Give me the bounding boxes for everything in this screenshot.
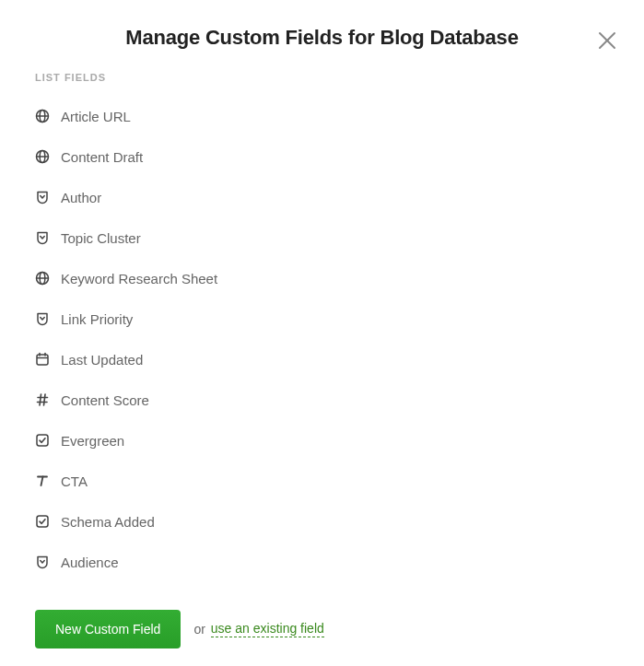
- checkbox-icon: [35, 514, 50, 529]
- field-label: CTA: [61, 473, 88, 489]
- shield-dropdown-icon: [35, 311, 50, 326]
- field-label: Content Draft: [61, 149, 143, 165]
- use-existing-field-link[interactable]: use an existing field: [211, 621, 324, 637]
- dialog-footer: New Custom Field or use an existing fiel…: [0, 582, 644, 648]
- field-label: Author: [61, 190, 101, 205]
- close-button[interactable]: [596, 29, 618, 52]
- section-label-list-fields: LIST FIELDS: [0, 66, 644, 96]
- field-row[interactable]: Author: [35, 177, 609, 217]
- calendar-icon: [35, 352, 50, 367]
- shield-dropdown-icon: [35, 230, 50, 245]
- field-row[interactable]: Content Score: [35, 380, 609, 420]
- field-label: Link Priority: [61, 311, 133, 327]
- field-label: Topic Cluster: [61, 230, 141, 246]
- or-label: or: [193, 622, 205, 637]
- globe-icon: [35, 109, 50, 123]
- new-custom-field-button[interactable]: New Custom Field: [35, 610, 181, 648]
- field-label: Keyword Research Sheet: [61, 271, 217, 286]
- globe-icon: [35, 149, 50, 164]
- globe-icon: [35, 271, 50, 286]
- field-row[interactable]: Schema Added: [35, 501, 609, 542]
- dialog-title: Manage Custom Fields for Blog Database: [125, 26, 518, 50]
- shield-dropdown-icon: [35, 555, 50, 569]
- close-icon: [596, 29, 618, 52]
- field-row[interactable]: Link Priority: [35, 298, 609, 339]
- field-row[interactable]: Topic Cluster: [35, 217, 609, 258]
- field-row[interactable]: Keyword Research Sheet: [35, 258, 609, 298]
- fields-list: Article URLContent DraftAuthorTopic Clus…: [0, 96, 644, 582]
- hash-icon: [35, 392, 50, 407]
- dialog-header: Manage Custom Fields for Blog Database: [0, 0, 644, 66]
- field-label: Schema Added: [61, 514, 155, 530]
- field-label: Audience: [61, 555, 119, 570]
- field-row[interactable]: Article URL: [35, 96, 609, 136]
- field-row[interactable]: CTA: [35, 461, 609, 501]
- shield-dropdown-icon: [35, 190, 50, 204]
- field-label: Content Score: [61, 392, 149, 408]
- field-row[interactable]: Last Updated: [35, 339, 609, 380]
- checkbox-icon: [35, 433, 50, 448]
- field-row[interactable]: Evergreen: [35, 420, 609, 461]
- field-row[interactable]: Content Draft: [35, 136, 609, 177]
- field-label: Article URL: [61, 109, 131, 124]
- field-label: Evergreen: [61, 433, 124, 449]
- field-label: Last Updated: [61, 352, 143, 368]
- field-row[interactable]: Audience: [35, 542, 609, 582]
- text-icon: [35, 473, 50, 488]
